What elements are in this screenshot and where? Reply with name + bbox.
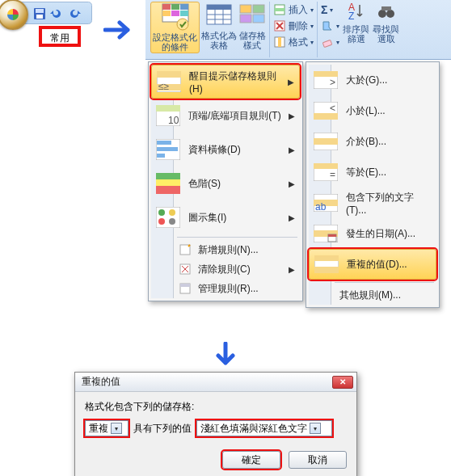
icon-sets-icon [156, 207, 180, 228]
svg-text:Z: Z [348, 11, 354, 22]
duplicate-type-combo[interactable]: 重複 ▾ [85, 420, 129, 436]
menu-item-label: 介於(B)... [346, 135, 386, 149]
menu-item-label: 重複的值(D)... [347, 258, 407, 272]
svg-rect-80 [314, 267, 339, 273]
office-button[interactable] [0, 0, 28, 30]
menu-item-label: 醒目提示儲存格規則(H) [189, 70, 285, 95]
svg-rect-69 [314, 163, 338, 169]
menu-color-scales[interactable]: 色階(S) ▶ [151, 166, 300, 200]
svg-rect-33 [381, 6, 391, 11]
text-contains-icon: ab [314, 194, 338, 212]
svg-rect-9 [180, 11, 188, 16]
data-bars-icon [156, 139, 180, 160]
svg-text:=: = [330, 169, 335, 180]
combo-value: 淺紅色填滿與深紅色文字 [200, 422, 307, 436]
close-button[interactable]: ✕ [332, 376, 353, 389]
cell-styles-label: 儲存格 樣式 [239, 31, 266, 50]
find-select-label: 尋找與 選取 [373, 24, 399, 44]
svg-text:>: > [330, 77, 335, 88]
menu-manage-rules[interactable]: 管理規則(R)... [151, 279, 300, 298]
format-button[interactable]: 格式▾ [273, 34, 314, 50]
svg-text:≤≥: ≤≥ [158, 81, 170, 92]
conditional-formatting-button[interactable]: 設定格式化 的條件 [150, 2, 200, 53]
menu-less-than[interactable]: < 小於(L)... [309, 95, 436, 126]
sort-filter-button[interactable]: AZ 排序與 篩選 [343, 2, 369, 44]
greater-than-icon: > [314, 71, 338, 89]
menu-icon-sets[interactable]: 圖示集(I) ▶ [151, 200, 300, 234]
fill-icon [321, 19, 334, 32]
ok-button[interactable]: 確定 [222, 451, 280, 469]
svg-text:<: < [330, 103, 335, 114]
dialog-body: 格式化包含下列的儲存格: 重複 ▾ 具有下列的值 淺紅色填滿與深紅色文字 ▾ [75, 392, 356, 444]
menu-highlight-cell-rules[interactable]: ≤≥ 醒目提示儲存格規則(H) ▶ [151, 65, 300, 99]
delete-button[interactable]: 刪除▾ [273, 18, 314, 34]
format-style-combo[interactable]: 淺紅色填滿與深紅色文字 ▾ [196, 420, 332, 436]
svg-rect-46 [156, 173, 180, 179]
menu-between[interactable]: 介於(B)... [309, 126, 436, 157]
menu-item-label: 其他規則(M)... [339, 289, 401, 302]
dialog-titlebar[interactable]: 重複的值 ✕ [75, 373, 356, 392]
menu-date-occurring[interactable]: 發生的日期(A)... [309, 218, 436, 249]
menu-duplicate-values[interactable]: 重複的值(D)... [309, 249, 436, 280]
redo-icon[interactable] [69, 7, 82, 20]
menu-item-label: 色階(S) [188, 177, 221, 191]
table-icon [205, 2, 233, 29]
menu-separator [177, 237, 297, 238]
sigma-icon: Σ [321, 3, 327, 16]
svg-rect-79 [314, 255, 339, 261]
clear-button[interactable]: ▾ [321, 34, 339, 50]
save-icon[interactable] [33, 7, 46, 20]
menu-new-rule[interactable]: 新增規則(N)... [151, 240, 300, 259]
conditional-formatting-icon [162, 3, 189, 31]
find-select-button[interactable]: 尋找與 選取 [373, 2, 399, 44]
sort-filter-label: 排序與 篩選 [343, 24, 369, 44]
insert-button[interactable]: 插入▾ [273, 2, 314, 18]
svg-rect-20 [253, 15, 264, 23]
conditional-formatting-label: 設定格式化 的條件 [153, 32, 197, 52]
format-as-table-button[interactable]: 格式化為 表格 [201, 2, 237, 53]
menu-more-rules[interactable]: 其他規則(M)... [309, 285, 436, 305]
autosum-button[interactable]: Σ▾ [321, 2, 333, 18]
duplicate-values-icon [314, 255, 339, 273]
ribbon: 設定格式化 的條件 格式化為 表格 儲存格 樣式 插入▾ 刪除▾ 格式▾ Σ▾ … [145, 0, 451, 60]
svg-rect-4 [162, 4, 171, 10]
svg-rect-64 [314, 113, 338, 120]
combo-value: 重複 [89, 422, 108, 436]
svg-point-31 [378, 10, 386, 18]
svg-point-10 [177, 19, 188, 30]
submenu-arrow-icon: ▶ [289, 112, 295, 120]
svg-rect-28 [322, 40, 331, 47]
tab-home[interactable]: 常用 [40, 27, 79, 45]
svg-rect-8 [171, 11, 179, 16]
color-scales-icon [156, 173, 180, 194]
cell-styles-button[interactable]: 儲存格 樣式 [238, 2, 266, 53]
svg-point-51 [169, 209, 175, 216]
menu-top-bottom-rules[interactable]: 10 頂端/底端項目規則(T) ▶ [151, 99, 300, 133]
menu-item-label: 發生的日期(A)... [346, 227, 415, 241]
svg-rect-6 [180, 4, 188, 10]
menu-text-contains[interactable]: ab 包含下列的文字(T)... [309, 187, 436, 218]
menu-item-label: 管理規則(R)... [198, 282, 259, 296]
menu-item-label: 資料橫條(D) [188, 143, 241, 157]
delete-icon [273, 19, 286, 32]
menu-item-label: 包含下列的文字(T)... [346, 191, 422, 216]
svg-point-50 [158, 209, 165, 216]
cancel-button[interactable]: 取消 [289, 451, 347, 469]
conditional-formatting-menu: ≤≥ 醒目提示儲存格規則(H) ▶ 10 頂端/底端項目規則(T) ▶ 資料橫條… [148, 61, 303, 301]
format-as-table-label: 格式化為 表格 [201, 31, 237, 50]
menu-greater-than[interactable]: > 大於(G)... [309, 65, 436, 95]
button-label: 確定 [242, 453, 261, 467]
menu-data-bars[interactable]: 資料橫條(D) ▶ [151, 133, 300, 166]
undo-icon[interactable] [49, 7, 62, 20]
submenu-arrow-icon: ▶ [289, 213, 295, 222]
svg-point-32 [386, 10, 394, 18]
fill-button[interactable]: ▾ [321, 18, 339, 34]
svg-rect-35 [157, 71, 181, 78]
dialog-buttons: 確定 取消 [75, 444, 356, 476]
date-occurring-icon [314, 225, 338, 242]
ribbon-group-styles: 設定格式化 的條件 格式化為 表格 儲存格 樣式 [149, 2, 270, 57]
dialog-title: 重複的值 [82, 375, 332, 389]
new-rule-icon [179, 243, 192, 256]
menu-equal-to[interactable]: = 等於(E)... [309, 157, 436, 187]
menu-clear-rules[interactable]: 清除規則(C) ▶ [151, 259, 300, 279]
